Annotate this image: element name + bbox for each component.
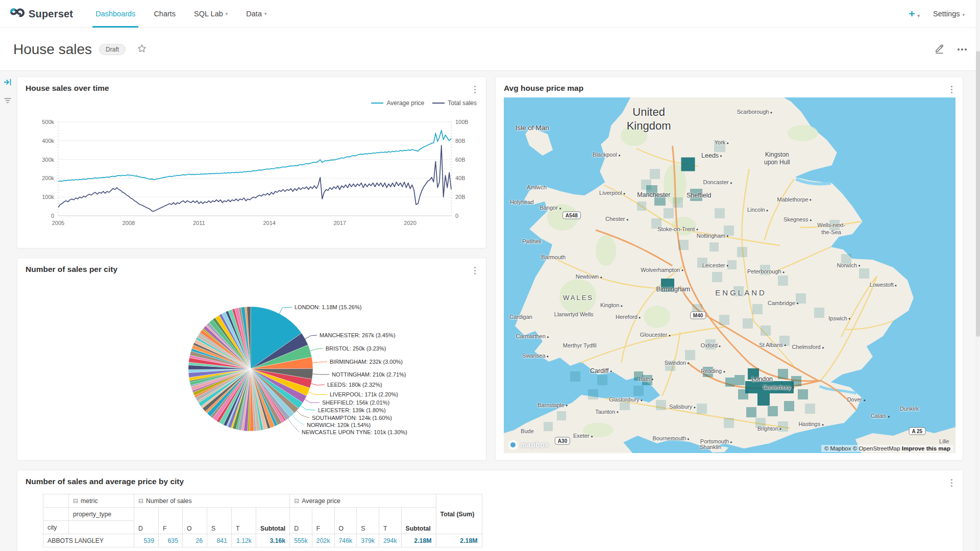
price-grid-cell[interactable] bbox=[715, 208, 725, 218]
price-grid-cell[interactable] bbox=[725, 378, 734, 387]
status-badge: Draft bbox=[99, 44, 126, 55]
price-grid-cell[interactable] bbox=[724, 418, 734, 428]
page-title: House sales bbox=[13, 41, 92, 58]
price-grid-cell[interactable] bbox=[743, 318, 753, 329]
svg-text:NORWICH: 120k (1.54%): NORWICH: 120k (1.54%) bbox=[307, 422, 371, 428]
nav-item-charts[interactable]: Charts bbox=[146, 0, 183, 28]
svg-text:20B: 20B bbox=[455, 194, 465, 200]
nav-item-dashboards[interactable]: Dashboards bbox=[88, 0, 142, 28]
price-grid-cell[interactable] bbox=[597, 375, 607, 385]
pie-chart-canvas[interactable]: LONDON: 1.18M (15.26%)MANCHESTER: 267k (… bbox=[26, 279, 479, 457]
price-grid-cell[interactable] bbox=[570, 371, 580, 382]
legend-label: Average price bbox=[386, 99, 424, 107]
cell-value: 2.18M bbox=[401, 534, 436, 547]
header-subcol: S bbox=[207, 508, 232, 534]
header-number-of-sales[interactable]: ⊟Number of sales bbox=[134, 494, 290, 508]
price-grid-cell[interactable] bbox=[761, 325, 771, 336]
price-grid-cell[interactable] bbox=[633, 386, 644, 396]
price-grid-cell[interactable] bbox=[681, 158, 695, 171]
header-metric[interactable]: ⊟metric bbox=[69, 494, 134, 508]
map-label-nottingham: Nottingham bbox=[697, 233, 728, 240]
map-label-swansea: Swansea bbox=[522, 353, 548, 360]
price-grid-cell[interactable] bbox=[697, 404, 707, 414]
price-grid-cell[interactable] bbox=[784, 401, 794, 411]
favorite-star-icon[interactable] bbox=[137, 43, 147, 56]
road-badge: A30 bbox=[555, 437, 570, 445]
svg-text:0: 0 bbox=[455, 213, 458, 219]
attrib-mapbox[interactable]: © Mapbox bbox=[824, 445, 851, 452]
price-grid-cell[interactable] bbox=[757, 393, 770, 406]
main-nav: DashboardsChartsSQL Lab▾Data▾ bbox=[88, 0, 274, 28]
header-average-price[interactable]: ⊟Average price bbox=[290, 494, 436, 508]
table-row: ABBOTS LANGLEY539635268411.12k3.16k555k2… bbox=[43, 534, 482, 547]
chevron-down-icon: ▾ bbox=[918, 13, 920, 18]
price-grid-cell[interactable] bbox=[778, 369, 788, 379]
collapse-icon[interactable]: ⊟ bbox=[73, 497, 78, 505]
price-grid-cell[interactable] bbox=[734, 375, 745, 385]
price-grid-cell[interactable] bbox=[859, 268, 869, 279]
map-label-lincoln: Lincoln bbox=[747, 207, 768, 214]
price-grid-cell[interactable] bbox=[778, 276, 788, 286]
improve-map-link[interactable]: Improve this map bbox=[902, 445, 950, 452]
price-grid-cell[interactable] bbox=[544, 422, 553, 431]
map-label-dunkirk: Dunkirk bbox=[900, 406, 919, 413]
superset-logo[interactable]: Superset bbox=[9, 5, 73, 22]
cell-value: 26 bbox=[183, 534, 207, 547]
new-button[interactable]: +▾ bbox=[909, 8, 920, 20]
legend-item[interactable]: Total sales bbox=[432, 99, 477, 107]
more-options-icon[interactable] bbox=[958, 48, 967, 51]
price-grid-cell[interactable] bbox=[709, 242, 719, 252]
expand-filter-bar-icon[interactable] bbox=[4, 78, 12, 88]
svg-text:2020: 2020 bbox=[404, 220, 416, 226]
chart-menu-icon[interactable] bbox=[949, 477, 954, 489]
map-label-leeds: Leeds bbox=[701, 152, 722, 160]
price-grid-cell[interactable] bbox=[805, 404, 815, 414]
nav-item-sql-lab[interactable]: SQL Lab▾ bbox=[187, 0, 235, 28]
price-grid-cell[interactable] bbox=[557, 411, 566, 420]
settings-menu[interactable]: Settings▾ bbox=[933, 10, 965, 18]
cell-value: 379k bbox=[357, 534, 379, 547]
price-grid-cell[interactable] bbox=[673, 197, 683, 208]
price-grid-cell[interactable] bbox=[737, 247, 747, 257]
legend-item[interactable]: Average price bbox=[371, 99, 424, 107]
price-grid-cell[interactable] bbox=[768, 406, 778, 416]
nav-item-data[interactable]: Data▾ bbox=[239, 0, 274, 28]
attrib-osm[interactable]: © OpenStreetMap bbox=[853, 445, 900, 452]
price-grid-cell[interactable] bbox=[588, 389, 598, 399]
price-grid-cell[interactable] bbox=[685, 350, 695, 360]
price-grid-cell[interactable] bbox=[727, 260, 737, 269]
price-grid-cell[interactable] bbox=[752, 304, 763, 314]
price-grid-cell[interactable] bbox=[746, 407, 756, 417]
chart-menu-icon[interactable] bbox=[949, 84, 954, 95]
price-grid-cell[interactable] bbox=[719, 315, 729, 325]
dashboard-tools bbox=[934, 43, 967, 56]
scrollbar-track[interactable] bbox=[976, 0, 980, 551]
collapse-icon[interactable]: ⊟ bbox=[138, 497, 143, 505]
mapbox-logo-word: mapbox bbox=[520, 441, 549, 449]
scrollbar-thumb[interactable] bbox=[976, 51, 980, 337]
line-chart-canvas[interactable]: 00100k20B200k40B300k60B400k80B500k100B20… bbox=[26, 108, 479, 238]
price-grid-cell[interactable] bbox=[637, 202, 646, 211]
map-label-carmarthen: Carmarthen bbox=[516, 333, 549, 340]
price-grid-cell[interactable] bbox=[664, 208, 674, 218]
price-grid-cell[interactable] bbox=[712, 272, 722, 282]
mapbox-logo[interactable]: mapbox bbox=[508, 440, 549, 450]
cell-value: 746k bbox=[334, 534, 357, 547]
uk-map-canvas[interactable]: UnitedKingdomIsle of ManScarboroughYorkK… bbox=[504, 97, 955, 453]
price-grid-cell[interactable] bbox=[650, 169, 660, 179]
filter-icon[interactable] bbox=[4, 96, 12, 107]
road-badge: M40 bbox=[690, 311, 706, 319]
map-label-bude: Bude bbox=[521, 428, 534, 435]
price-grid-cell[interactable] bbox=[678, 240, 689, 250]
svg-text:2014: 2014 bbox=[263, 220, 275, 226]
price-grid-cell[interactable] bbox=[656, 400, 666, 410]
chart-menu-icon[interactable] bbox=[472, 265, 478, 277]
price-grid-cell[interactable] bbox=[798, 389, 808, 399]
collapse-icon[interactable]: ⊟ bbox=[294, 497, 299, 505]
chart-menu-icon[interactable] bbox=[472, 84, 478, 95]
price-grid-cell[interactable] bbox=[814, 308, 824, 318]
map-label-brighton: Brighton bbox=[757, 425, 781, 433]
edit-dashboard-icon[interactable] bbox=[934, 43, 944, 56]
navbar: Superset DashboardsChartsSQL Lab▾Data▾ +… bbox=[0, 0, 980, 28]
chart-sales-price-by-city-table: Number of sales and average price by cit… bbox=[17, 470, 963, 551]
